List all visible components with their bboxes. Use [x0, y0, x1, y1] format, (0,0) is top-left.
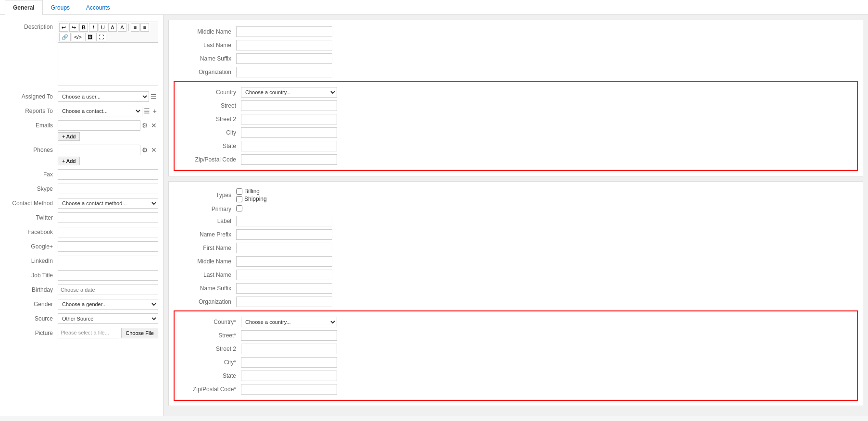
first-name-label-2: First Name [174, 245, 236, 251]
middle-name-label-1: Middle Name [174, 28, 236, 35]
birthday-input[interactable] [58, 285, 158, 295]
name-prefix-input-wrap-2 [236, 229, 332, 240]
source-select[interactable]: Other Source [58, 313, 158, 324]
street-label-1: Street [178, 102, 241, 109]
redo-btn[interactable]: ↪ [69, 23, 78, 32]
name-suffix-input-2[interactable] [236, 283, 332, 294]
choose-file-btn[interactable]: Choose File [121, 328, 158, 338]
code-btn[interactable]: </> [72, 33, 84, 41]
reports-to-row: Reports To Choose a contact... ☰ + [0, 104, 163, 118]
zip-input-1[interactable] [241, 154, 337, 165]
city-input-2[interactable] [241, 357, 337, 368]
fax-row: Fax [0, 167, 163, 182]
ordered-list-btn[interactable]: ≡ [140, 23, 149, 32]
left-panel: Description ↩ ↪ B I U A A ≡ ≡ 🔗 </> 🖼 ⛶ [0, 15, 164, 416]
label-input[interactable] [236, 216, 332, 226]
last-name-input-wrap-2 [236, 270, 332, 280]
primary-checkbox-wrap [236, 205, 242, 213]
last-name-input-1[interactable] [236, 40, 332, 50]
name-suffix-input-1[interactable] [236, 53, 332, 64]
city-input-1[interactable] [241, 127, 337, 138]
zip-label-1: Zip/Postal Code [178, 156, 241, 163]
billing-checkbox[interactable] [236, 188, 242, 195]
job-title-row: Job Title [0, 268, 163, 283]
first-name-row-2: First Name [174, 241, 858, 255]
reports-to-list-icon[interactable]: ☰ [142, 107, 151, 115]
fax-wrap [58, 169, 158, 180]
gender-label: Gender [5, 299, 58, 308]
organization-input-wrap-2 [236, 297, 332, 307]
street2-input-1[interactable] [241, 114, 337, 124]
facebook-input[interactable] [58, 227, 158, 237]
name-prefix-input-2[interactable] [236, 229, 332, 240]
underline-btn[interactable]: U [99, 23, 107, 32]
bold-btn[interactable]: B [79, 23, 88, 32]
tab-groups[interactable]: Groups [43, 0, 78, 15]
state-row-1: State [178, 139, 853, 153]
undo-btn[interactable]: ↩ [59, 23, 68, 32]
state-label-2: State [178, 372, 241, 379]
country-select-2[interactable]: Choose a country... [241, 317, 337, 327]
street2-input-wrap-2 [241, 344, 337, 354]
phones-remove-icon[interactable]: ✕ [150, 146, 158, 154]
organization-input-2[interactable] [236, 297, 332, 307]
emails-add-btn[interactable]: + Add [58, 132, 80, 141]
last-name-input-2[interactable] [236, 270, 332, 280]
google-plus-input[interactable] [58, 241, 158, 252]
fullscreen-btn[interactable]: ⛶ [96, 33, 106, 41]
fax-input[interactable] [58, 169, 158, 180]
unordered-list-btn[interactable]: ≡ [131, 23, 139, 32]
primary-checkbox[interactable] [236, 205, 242, 211]
phones-input-wrap: ⚙ ✕ [58, 145, 158, 155]
assigned-to-select[interactable]: Choose a user... [58, 91, 149, 102]
emails-settings-icon[interactable]: ⚙ [140, 122, 150, 129]
name-suffix-label-1: Name Suffix [174, 55, 236, 62]
types-row: Types Billing Shipping [174, 186, 858, 204]
job-title-input[interactable] [58, 270, 158, 281]
emails-input[interactable] [58, 120, 140, 131]
assigned-to-list-icon[interactable]: ☰ [149, 93, 158, 100]
tab-accounts[interactable]: Accounts [78, 0, 118, 15]
emails-wrap: ⚙ ✕ + Add [58, 120, 158, 141]
zip-input-2[interactable] [241, 384, 337, 395]
toolbar-sep-1 [128, 24, 129, 31]
street2-input-wrap-1 [241, 114, 337, 124]
name-suffix-label-2: Name Suffix [174, 285, 236, 292]
highlight-btn[interactable]: A [118, 23, 126, 32]
reports-to-add-icon[interactable]: + [151, 107, 158, 115]
phones-settings-icon[interactable]: ⚙ [140, 146, 150, 154]
first-name-input-2[interactable] [236, 243, 332, 253]
contact-method-select[interactable]: Choose a contact method... [58, 198, 158, 209]
tab-general[interactable]: General [5, 0, 43, 15]
assigned-to-label: Assigned To [5, 91, 58, 100]
street2-input-2[interactable] [241, 344, 337, 354]
street-label-2: Street* [178, 332, 241, 339]
organization-input-1[interactable] [236, 67, 332, 77]
font-color-btn[interactable]: A [108, 23, 117, 32]
street-input-2[interactable] [241, 330, 337, 341]
street-input-1[interactable] [241, 100, 337, 111]
reports-to-select[interactable]: Choose a contact... [58, 106, 142, 116]
middle-name-input-1[interactable] [236, 26, 332, 37]
state-input-1[interactable] [241, 141, 337, 151]
facebook-wrap [58, 227, 158, 237]
skype-label: Skype [5, 184, 58, 192]
gender-select[interactable]: Choose a gender... [58, 299, 158, 310]
description-editor[interactable] [58, 43, 158, 86]
phones-input[interactable] [58, 145, 140, 155]
country-select-1[interactable]: Choose a country... [241, 87, 337, 98]
tab-bar: General Groups Accounts [0, 0, 868, 15]
italic-btn[interactable]: I [89, 23, 98, 32]
image-btn[interactable]: 🖼 [85, 33, 95, 41]
state-input-2[interactable] [241, 371, 337, 381]
middle-name-input-2[interactable] [236, 256, 332, 267]
job-title-wrap [58, 270, 158, 281]
phones-add-btn[interactable]: + Add [58, 157, 80, 165]
shipping-checkbox[interactable] [236, 196, 242, 202]
link-btn[interactable]: 🔗 [59, 33, 71, 41]
emails-remove-icon[interactable]: ✕ [150, 122, 158, 129]
country-input-wrap-2: Choose a country... [241, 317, 337, 327]
linkedin-input[interactable] [58, 256, 158, 266]
twitter-input[interactable] [58, 212, 158, 223]
skype-input[interactable] [58, 184, 158, 194]
